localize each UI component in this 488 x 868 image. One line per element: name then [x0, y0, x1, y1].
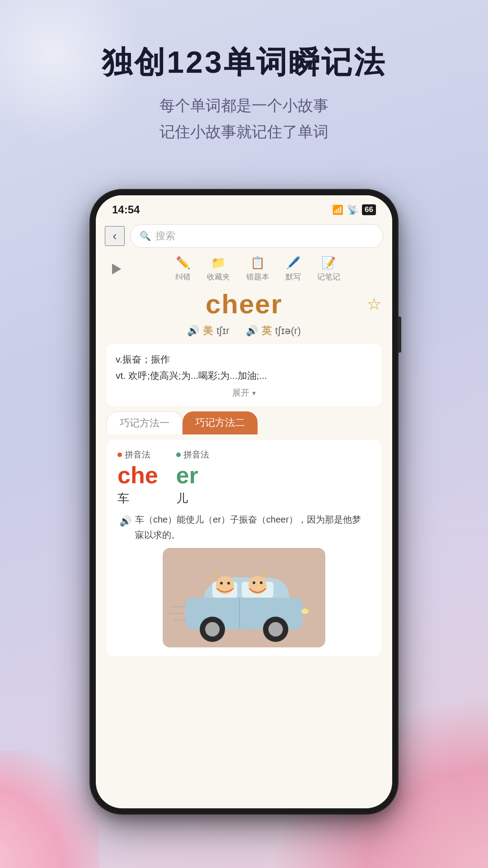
search-bar[interactable]: 🔍 搜索 — [130, 224, 383, 248]
phone-mockup: 14:54 📶 📡 66 ‹ 🔍 搜索 — [90, 190, 398, 814]
pinyin-er-meaning: 儿 — [176, 491, 209, 506]
svg-point-6 — [268, 622, 283, 637]
wrong-book-icon: 📋 — [250, 256, 265, 270]
svg-point-9 — [220, 582, 223, 585]
story-content: 车（che）能使儿（er）子振奋（cheer），因为那是他梦寐以求的。 — [135, 512, 369, 542]
svg-line-12 — [215, 572, 216, 576]
toolbar-dictation[interactable]: 🖊️ 默写 — [286, 256, 301, 282]
status-icons: 📶 📡 66 — [332, 204, 376, 215]
subtitle: 每个单词都是一个小故事 记住小故事就记住了单词 — [0, 93, 488, 145]
search-placeholder: 搜索 — [155, 229, 175, 243]
search-icon: 🔍 — [140, 231, 151, 241]
pinyin-che-label: 拼音法 — [125, 449, 150, 461]
toolbar-notes[interactable]: 📝 记笔记 — [317, 256, 340, 282]
pron-uk-phonetic: tʃɪə(r) — [275, 325, 301, 337]
definition-box: v.振奋；振作 vt. 欢呼;使高兴;为...喝彩;为...加油;... 展开 … — [107, 344, 381, 406]
svg-line-11 — [211, 577, 215, 580]
phone-outer: 14:54 📶 📡 66 ‹ 🔍 搜索 — [90, 190, 398, 814]
signal-icon: 📶 — [332, 204, 343, 215]
dictation-icon: 🖊️ — [286, 256, 300, 270]
def-line1: v.振奋；振作 — [116, 351, 372, 368]
svg-point-4 — [205, 622, 220, 637]
pronunciation: 🔊 美 tʃɪr 🔊 英 tʃɪə(r) — [107, 324, 381, 338]
definition-text: v.振奋；振作 vt. 欢呼;使高兴;为...喝彩;为...加油;... — [116, 351, 372, 383]
expand-label: 展开 — [232, 387, 249, 399]
wifi-icon: 📡 — [347, 204, 358, 215]
toolbar-favorites[interactable]: 📁 收藏夹 — [207, 256, 230, 282]
bg-petal-left — [0, 750, 99, 868]
play-icon — [112, 264, 121, 274]
pron-us-speaker: 🔊 — [187, 325, 199, 337]
pinyin-che-dot — [117, 453, 122, 457]
pron-us[interactable]: 🔊 美 tʃɪr — [187, 324, 229, 338]
svg-line-17 — [264, 571, 266, 575]
car-svg — [167, 552, 321, 643]
def-line2: vt. 欢呼;使高兴;为...喝彩;为...加油;... — [116, 368, 372, 384]
subtitle-line2: 记住小故事就记住了单词 — [0, 119, 488, 145]
toolbar-correct[interactable]: ✏️ 纠错 — [175, 256, 191, 282]
word-text: cheer — [206, 288, 282, 320]
phone-screen: 14:54 📶 📡 66 ‹ 🔍 搜索 — [96, 195, 392, 808]
pinyin-che-part: che — [117, 462, 158, 488]
tab-method-1[interactable]: 巧记方法一 — [107, 411, 183, 434]
story-text: 🔊 车（che）能使儿（er）子振奋（cheer），因为那是他梦寐以求的。 — [117, 512, 371, 542]
expand-arrow-icon: ▾ — [252, 389, 256, 397]
expand-button[interactable]: 展开 ▾ — [116, 387, 372, 399]
svg-point-14 — [253, 581, 255, 584]
pinyin-er-part: er — [176, 462, 209, 488]
toolbar: ✏️ 纠错 📁 收藏夹 📋 错题本 🖊️ — [107, 251, 381, 285]
star-button[interactable]: ☆ — [367, 295, 381, 314]
main-title: 独创123单词瞬记法 — [0, 45, 488, 79]
svg-point-15 — [260, 581, 263, 584]
word-content: ✏️ 纠错 📁 收藏夹 📋 错题本 🖊️ — [96, 251, 392, 656]
toolbar-actions: ✏️ 纠错 📁 收藏夹 📋 错题本 🖊️ — [134, 256, 381, 282]
car-illustration — [163, 548, 325, 647]
top-nav: ‹ 🔍 搜索 — [96, 221, 392, 251]
correct-icon: ✏️ — [176, 256, 190, 270]
pinyin-er-label: 拼音法 — [183, 449, 209, 461]
favorites-icon: 📁 — [211, 256, 225, 270]
pinyin-er-badge: 拼音法 — [176, 449, 209, 461]
pron-us-phonetic: tʃɪr — [216, 325, 229, 337]
method-tabs: 巧记方法一 巧记方法二 — [107, 411, 381, 434]
svg-point-21 — [301, 609, 309, 614]
pron-uk-speaker: 🔊 — [246, 325, 258, 337]
tab-method-2[interactable]: 巧记方法二 — [183, 411, 258, 434]
header-area: 独创123单词瞬记法 每个单词都是一个小故事 记住小故事就记住了单词 — [0, 45, 488, 145]
pron-us-lang: 美 — [203, 324, 213, 338]
word-header: cheer ☆ — [107, 288, 381, 320]
svg-point-13 — [249, 576, 267, 594]
mnemonic-card: 拼音法 che 车 拼音法 er 儿 — [107, 440, 381, 656]
pron-uk-lang: 英 — [262, 324, 272, 338]
svg-point-10 — [227, 582, 230, 585]
story-speaker-icon: 🔊 — [119, 513, 131, 529]
pinyin-che-meaning: 车 — [117, 491, 158, 506]
pinyin-row: 拼音法 che 车 拼音法 er 儿 — [117, 449, 371, 506]
svg-point-8 — [216, 576, 234, 594]
pinyin-er: 拼音法 er 儿 — [176, 449, 209, 506]
play-button[interactable] — [107, 259, 127, 279]
subtitle-line1: 每个单词都是一个小故事 — [0, 93, 488, 119]
back-button[interactable]: ‹ — [105, 226, 125, 246]
status-time: 14:54 — [112, 203, 140, 216]
notes-icon: 📝 — [321, 256, 336, 270]
pinyin-che-badge: 拼音法 — [117, 449, 158, 461]
pinyin-er-dot — [176, 453, 181, 457]
pron-uk[interactable]: 🔊 英 tʃɪə(r) — [246, 324, 301, 338]
toolbar-wrong-book[interactable]: 📋 错题本 — [246, 256, 269, 282]
pinyin-che: 拼音法 che 车 — [117, 449, 158, 506]
status-bar: 14:54 📶 📡 66 — [96, 195, 392, 221]
battery-icon: 66 — [362, 204, 376, 215]
